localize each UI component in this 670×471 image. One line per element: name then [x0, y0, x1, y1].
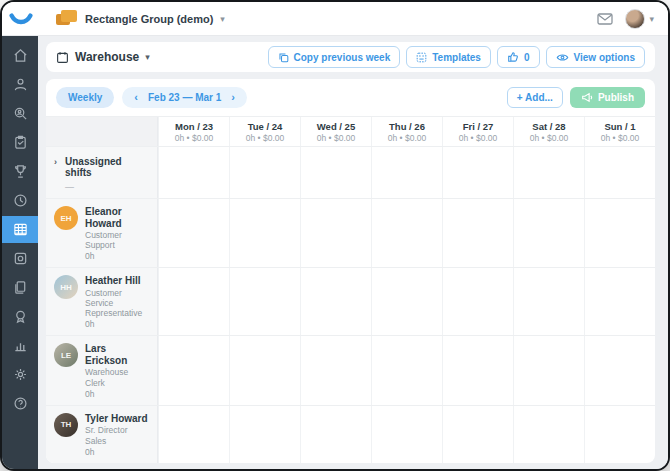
- templates-button[interactable]: Templates: [406, 46, 491, 68]
- avatar: HH: [54, 275, 78, 299]
- sidebar-item-search-user[interactable]: [2, 100, 38, 127]
- unassigned-shifts-cell[interactable]: › Unassigned shifts —: [46, 147, 158, 198]
- settings-gear-icon: [13, 367, 28, 382]
- shift-cell[interactable]: [442, 336, 513, 404]
- shift-cell[interactable]: [371, 336, 442, 404]
- shift-cell[interactable]: [158, 336, 229, 404]
- reports-icon: [13, 338, 28, 353]
- megaphone-icon: [581, 92, 593, 103]
- employee-cell[interactable]: TH Tyler Howard Sr. Director Sales 0h: [46, 406, 158, 463]
- shift-cell[interactable]: [158, 147, 229, 198]
- shift-cell[interactable]: [371, 199, 442, 267]
- shift-cell[interactable]: [584, 147, 655, 198]
- sidebar-nav: [2, 36, 38, 469]
- grid-header-row: Mon / 230h • $0.00 Tue / 240h • $0.00 We…: [46, 117, 655, 147]
- shift-cell[interactable]: [513, 406, 584, 463]
- date-range-label[interactable]: Feb 23 — Mar 1: [148, 92, 221, 103]
- prev-week-button[interactable]: ‹: [134, 92, 138, 103]
- shift-cell[interactable]: [513, 336, 584, 404]
- shift-cell[interactable]: [442, 199, 513, 267]
- likes-button[interactable]: 0: [497, 46, 540, 68]
- shift-cell[interactable]: [584, 336, 655, 404]
- day-header-tue[interactable]: Tue / 240h • $0.00: [229, 117, 300, 146]
- sidebar-item-documents[interactable]: [2, 274, 38, 301]
- main-content: Warehouse ▾ Copy previous week Templates…: [38, 36, 668, 469]
- thumbs-up-icon: [507, 51, 519, 63]
- shift-cell[interactable]: [584, 406, 655, 463]
- shift-cell[interactable]: [229, 336, 300, 404]
- sidebar-item-settings[interactable]: [2, 361, 38, 388]
- sidebar-item-badges[interactable]: [2, 303, 38, 330]
- add-button[interactable]: + Add...: [507, 87, 563, 108]
- day-header-sun[interactable]: Sun / 10h • $0.00: [584, 117, 655, 146]
- expand-chevron-icon[interactable]: ›: [54, 157, 57, 192]
- shift-cell[interactable]: [300, 406, 371, 463]
- shift-cell[interactable]: [300, 147, 371, 198]
- sidebar-item-home[interactable]: [2, 42, 38, 69]
- employee-cell[interactable]: LE Lars Erickson Warehouse Clerk 0h: [46, 336, 158, 404]
- sidebar-item-time-clock[interactable]: [2, 187, 38, 214]
- app-logo[interactable]: [2, 2, 40, 35]
- shift-cell[interactable]: [442, 406, 513, 463]
- view-options-button[interactable]: View options: [546, 46, 646, 68]
- sidebar-item-rewards[interactable]: [2, 158, 38, 185]
- shift-cell[interactable]: [584, 199, 655, 267]
- user-menu[interactable]: ▾: [625, 9, 654, 29]
- sidebar-item-employees[interactable]: [2, 71, 38, 98]
- sidebar-item-reports[interactable]: [2, 332, 38, 359]
- shift-cell[interactable]: [300, 336, 371, 404]
- employees-icon: [13, 77, 28, 92]
- employee-row: TH Tyler Howard Sr. Director Sales 0h: [46, 406, 655, 463]
- day-header-mon[interactable]: Mon / 230h • $0.00: [158, 117, 229, 146]
- help-icon: [13, 396, 28, 411]
- shift-cell[interactable]: [442, 268, 513, 335]
- tasks-icon: [13, 135, 28, 150]
- shift-cell[interactable]: [229, 406, 300, 463]
- employee-cell[interactable]: EH Eleanor Howard Customer Support 0h: [46, 199, 158, 267]
- day-header-thu[interactable]: Thu / 260h • $0.00: [371, 117, 442, 146]
- publish-button[interactable]: Publish: [570, 87, 645, 108]
- unassigned-shifts-row: › Unassigned shifts —: [46, 147, 655, 199]
- schedule-toolbar: Weekly ‹ Feb 23 — Mar 1 › + Add... Publi…: [46, 79, 655, 116]
- schedule-card: Weekly ‹ Feb 23 — Mar 1 › + Add... Publi…: [46, 79, 655, 463]
- messages-envelope-icon[interactable]: [597, 13, 613, 25]
- shift-cell[interactable]: [229, 147, 300, 198]
- schedule-selector[interactable]: Warehouse ▾: [56, 50, 150, 64]
- employee-cell[interactable]: HH Heather Hill Customer Service Represe…: [46, 268, 158, 335]
- shift-cell[interactable]: [158, 268, 229, 335]
- shift-cell[interactable]: [442, 147, 513, 198]
- shift-cell[interactable]: [158, 406, 229, 463]
- shift-cell[interactable]: [513, 199, 584, 267]
- shift-cell[interactable]: [229, 199, 300, 267]
- shift-cell[interactable]: [158, 199, 229, 267]
- shift-cell[interactable]: [300, 268, 371, 335]
- day-header-wed[interactable]: Wed / 250h • $0.00: [300, 117, 371, 146]
- badge-icon: [13, 309, 28, 324]
- calendar-icon: [56, 51, 69, 64]
- avatar: LE: [54, 343, 78, 367]
- shift-cell[interactable]: [513, 268, 584, 335]
- shift-cell[interactable]: [371, 147, 442, 198]
- chevron-down-icon: ▾: [145, 52, 150, 62]
- day-header-sat[interactable]: Sat / 280h • $0.00: [513, 117, 584, 146]
- sidebar-item-help[interactable]: [2, 390, 38, 417]
- shift-cell[interactable]: [300, 199, 371, 267]
- search-user-icon: [13, 106, 28, 121]
- shift-cell[interactable]: [229, 268, 300, 335]
- shift-cell[interactable]: [584, 268, 655, 335]
- schedule-grid-icon: [13, 222, 28, 237]
- next-week-button[interactable]: ›: [231, 92, 235, 103]
- employee-row: EH Eleanor Howard Customer Support 0h: [46, 199, 655, 268]
- sidebar-item-tasks[interactable]: [2, 129, 38, 156]
- sidebar-item-schedule[interactable]: [2, 216, 38, 243]
- view-mode-selector[interactable]: Weekly: [56, 87, 114, 108]
- copy-previous-week-button[interactable]: Copy previous week: [268, 46, 401, 68]
- shift-cell[interactable]: [513, 147, 584, 198]
- org-switcher[interactable]: Rectangle Group (demo) ▾: [56, 10, 225, 27]
- day-header-fri[interactable]: Fri / 270h • $0.00: [442, 117, 513, 146]
- shift-cell[interactable]: [371, 268, 442, 335]
- sidebar-item-photos[interactable]: [2, 245, 38, 272]
- shift-cell[interactable]: [371, 406, 442, 463]
- copy-icon: [278, 52, 289, 63]
- week-navigator: ‹ Feb 23 — Mar 1 ›: [122, 87, 247, 108]
